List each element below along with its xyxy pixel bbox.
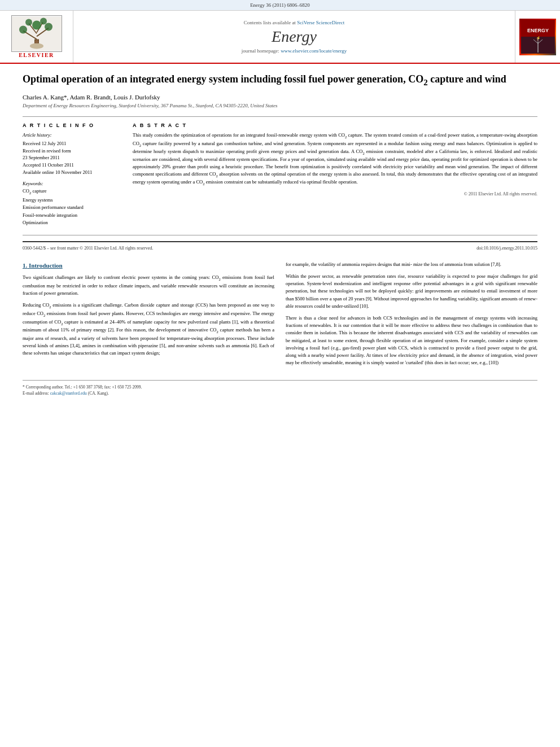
journal-title: Energy (272, 28, 317, 46)
svg-point-7 (45, 23, 53, 31)
issn-text: 0360-5442/$ – see front matter © 2011 El… (23, 246, 153, 251)
right-para-1: for example, the volatility of ammonia r… (286, 261, 537, 268)
footer-bar: 0360-5442/$ – see front matter © 2011 El… (23, 241, 537, 251)
copyright: © 2011 Elsevier Ltd. All rights reserved… (133, 191, 537, 196)
svg-point-11 (30, 43, 43, 49)
sciverse-link[interactable]: SciVerse ScienceDirect (297, 20, 344, 25)
available-online: Available online 10 November 2011 (23, 169, 121, 176)
svg-point-12 (35, 40, 38, 43)
article-info-abstract: A R T I C L E I N F O Article history: R… (23, 123, 537, 227)
corresponding-note: * Corresponding author. Tel.: +1 650 387… (23, 384, 537, 390)
svg-text:ENERGY: ENERGY (527, 28, 548, 33)
received-2-date: 23 September 2011 (23, 154, 121, 161)
svg-point-6 (19, 26, 27, 34)
footnotes-area: * Corresponding author. Tel.: +1 650 387… (23, 380, 537, 397)
article-history: Article history: Received 12 July 2011 R… (23, 132, 121, 176)
body-col-left: 1. Introduction Two significant challeng… (23, 261, 274, 371)
email-suffix: (CA. Kang). (88, 391, 109, 396)
keywords-title: Keywords: (23, 181, 121, 186)
main-content: Optimal operation of an integrated energ… (0, 64, 560, 408)
journal-info-center: Contents lists available at SciVerse Sci… (73, 11, 515, 63)
energy-logo-area: ENERGY ⚡ (515, 11, 560, 63)
article-info-col: A R T I C L E I N F O Article history: R… (23, 123, 121, 227)
body-two-col: 1. Introduction Two significant challeng… (23, 261, 537, 371)
keyword-1: CO2 capture (23, 187, 121, 196)
keyword-3: Emission performance standard (23, 204, 121, 212)
keyword-5: Optimization (23, 219, 121, 227)
body-section: 1. Introduction Two significant challeng… (23, 261, 537, 397)
journal-header: ELSEVIER Contents lists available at Sci… (0, 11, 560, 64)
doi-text: doi:10.1016/j.energy.2011.10.015 (476, 246, 537, 251)
accepted: Accepted 11 October 2011 (23, 161, 121, 169)
divider-2 (23, 235, 537, 235)
abstract-heading: A B S T R A C T (133, 123, 537, 128)
sciverse-line: Contents lists available at SciVerse Sci… (244, 20, 345, 25)
affiliation: Department of Energy Resources Engineeri… (23, 103, 537, 108)
keyword-2: Energy systems (23, 196, 121, 204)
received-1: Received 12 July 2011 (23, 140, 121, 147)
journal-bar: Energy 36 (2011) 6806–6820 (0, 0, 560, 11)
received-2-label: Received in revised form (23, 147, 121, 155)
energy-logo: ENERGY ⚡ (519, 19, 556, 55)
svg-point-9 (40, 18, 47, 25)
svg-point-8 (25, 19, 32, 26)
homepage-url[interactable]: www.elsevier.com/locate/energy (281, 48, 347, 54)
intro-para-1: Two significant challenges are likely to… (23, 274, 274, 297)
elsevier-brand-label: ELSEVIER (19, 52, 54, 58)
svg-point-10 (32, 21, 41, 30)
keywords-list: CO2 capture Energy systems Emission perf… (23, 187, 121, 227)
abstract-text: This study considers the optimization of… (133, 132, 537, 187)
right-para-3: There is thus a clear need for advances … (286, 314, 537, 366)
article-title: Optimal operation of an integrated energ… (23, 73, 537, 88)
homepage-line: journal homepage: www.elsevier.com/locat… (242, 48, 347, 54)
email-link[interactable]: cakcak@stanford.edu (50, 391, 87, 396)
right-para-2: Within the power sector, as renewable pe… (286, 273, 537, 310)
elsevier-logo-area: ELSEVIER (0, 11, 73, 63)
email-label: E-mail address: (23, 391, 49, 396)
article-info-heading: A R T I C L E I N F O (23, 123, 121, 128)
abstract-col: A B S T R A C T This study considers the… (133, 123, 537, 227)
email-note: E-mail address: cakcak@stanford.edu (CA.… (23, 390, 537, 396)
intro-section-title: 1. Introduction (23, 261, 274, 270)
tree-illustration (11, 15, 62, 52)
authors: Charles A. Kang*, Adam R. Brandt, Louis … (23, 94, 537, 101)
body-col-right: for example, the volatility of ammonia r… (286, 261, 537, 371)
divider-1 (23, 116, 537, 117)
journal-citation: Energy 36 (2011) 6806–6820 (250, 2, 310, 8)
elsevier-logo: ELSEVIER (11, 15, 62, 58)
keyword-4: Fossil-renewable integration (23, 212, 121, 220)
intro-para-2: Reducing CO2 emissions is a significant … (23, 302, 274, 357)
